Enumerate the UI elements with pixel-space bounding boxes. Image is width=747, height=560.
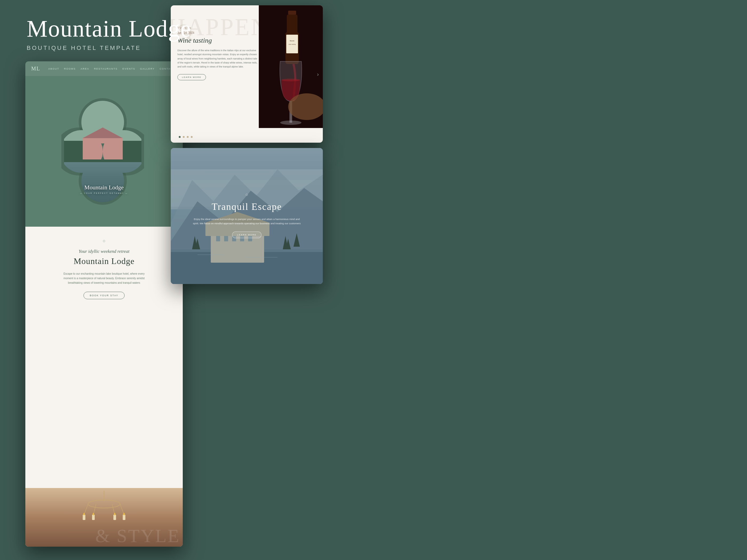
tranquil-title: Tranquil Escape: [191, 201, 303, 212]
nav-area[interactable]: AREA: [81, 68, 89, 70]
learn-more-button-events[interactable]: LEARN MORE: [177, 74, 206, 80]
svg-point-37: [280, 121, 302, 125]
wine-image: Barolo wine tasting: [259, 5, 323, 128]
nav-bar: ML ABOUT ROOMS AREA RESTAURANTS EVENTS G…: [25, 61, 183, 76]
left-card-thumbnail: & STYLE: [25, 488, 183, 547]
idyllic-main-title: Mountain Lodge: [36, 256, 172, 266]
idyllic-section: Your idyllic weekend retreat Mountain Lo…: [25, 227, 183, 307]
left-card: ML ABOUT ROOMS AREA RESTAURANTS EVENTS G…: [25, 61, 183, 547]
wine-pouring-scene: Barolo wine tasting: [259, 5, 323, 128]
main-title: Mountain Lodge: [27, 16, 191, 42]
slider-dots: [179, 136, 192, 138]
event-description: Discover the allure of the wine traditio…: [177, 49, 257, 69]
style-watermark: & STYLE: [95, 525, 183, 547]
book-stay-button[interactable]: BOOK YOUR STAY: [83, 292, 124, 299]
left-card-bottom-section: Your idyllic weekend retreat Mountain Lo…: [25, 227, 183, 547]
main-title-area: Mountain Lodge BOUTIQUE HOTEL TEMPLATE: [27, 16, 191, 51]
section-dot-decorator: [103, 240, 105, 242]
svg-line-17: [84, 504, 88, 515]
learn-more-button-tranquil[interactable]: LEARN MORE: [232, 232, 262, 238]
dot-4[interactable]: [191, 136, 192, 138]
svg-text:Barolo: Barolo: [290, 40, 294, 42]
svg-point-26: [93, 513, 94, 515]
svg-point-28: [123, 513, 125, 515]
svg-point-25: [83, 513, 85, 515]
hero-hotel-name: Mountain Lodge: [61, 184, 147, 191]
nav-links: ABOUT ROOMS AREA RESTAURANTS EVENTS GALL…: [48, 68, 175, 70]
right-bottom-card: Tranquil Escape Enjoy the ideal serene s…: [171, 148, 323, 284]
tranquil-dot-decorator: [246, 194, 248, 196]
nav-events[interactable]: EVENTS: [123, 68, 135, 70]
svg-rect-30: [288, 11, 296, 15]
tranquil-content: Tranquil Escape Enjoy the ideal serene s…: [191, 194, 303, 238]
svg-rect-14: [64, 162, 141, 202]
dot-2[interactable]: [183, 136, 185, 138]
right-top-card: & HAPPENINGS EVENTS June 24, 2024 Wine t…: [171, 5, 323, 143]
hero-tagline: — YOUR PERFECT GETAWAY —: [61, 192, 147, 194]
dot-1[interactable]: [179, 136, 181, 138]
idyllic-description: Escape to our enchanting mountain lake b…: [61, 271, 147, 285]
main-subtitle: BOUTIQUE HOTEL TEMPLATE: [27, 45, 191, 51]
nav-restaurants[interactable]: RESTAURANTS: [94, 68, 118, 70]
chandelier-scene: & STYLE: [25, 488, 183, 547]
hero-section: Mountain Lodge — YOUR PERFECT GETAWAY —: [25, 76, 183, 227]
nav-about[interactable]: ABOUT: [48, 68, 59, 70]
next-slide-arrow[interactable]: ›: [317, 71, 319, 77]
svg-text:wine tasting: wine tasting: [289, 44, 296, 45]
svg-line-18: [120, 504, 124, 515]
svg-rect-11: [83, 138, 123, 159]
svg-point-38: [281, 79, 300, 81]
page-background: Mountain Lodge BOUTIQUE HOTEL TEMPLATE M…: [0, 0, 747, 560]
nav-logo: ML: [31, 65, 40, 72]
dot-3[interactable]: [187, 136, 189, 138]
svg-point-27: [114, 513, 115, 515]
nav-rooms[interactable]: ROOMS: [64, 68, 76, 70]
nav-gallery[interactable]: GALLERY: [140, 68, 155, 70]
idyllic-italic-title: Your idyllic weekend retreat: [36, 249, 172, 254]
tranquil-description: Enjoy the ideal serene surroundings to p…: [191, 217, 303, 225]
